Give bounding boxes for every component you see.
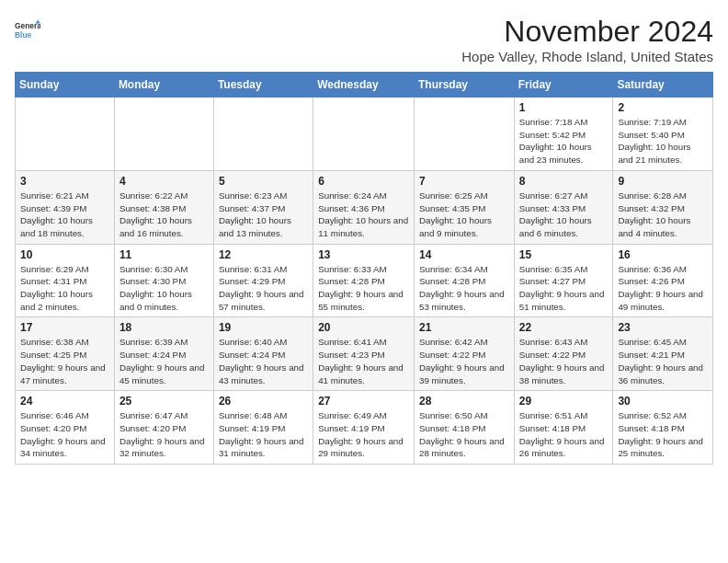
day-info: Sunrise: 6:38 AM Sunset: 4:25 PM Dayligh…	[20, 336, 109, 386]
day-info: Sunrise: 6:33 AM Sunset: 4:28 PM Dayligh…	[318, 263, 409, 314]
day-number: 30	[618, 395, 708, 408]
day-number: 12	[219, 248, 308, 261]
calendar-cell: 6Sunrise: 6:24 AM Sunset: 4:36 PM Daylig…	[313, 170, 415, 244]
day-number: 6	[318, 175, 409, 188]
day-number: 22	[519, 321, 609, 334]
day-info: Sunrise: 6:41 AM Sunset: 4:23 PM Dayligh…	[318, 336, 409, 386]
day-info: Sunrise: 6:47 AM Sunset: 4:20 PM Dayligh…	[119, 409, 209, 460]
day-info: Sunrise: 7:18 AM Sunset: 5:42 PM Dayligh…	[519, 116, 609, 167]
calendar-cell: 9Sunrise: 6:28 AM Sunset: 4:32 PM Daylig…	[613, 170, 713, 244]
day-info: Sunrise: 6:27 AM Sunset: 4:33 PM Dayligh…	[519, 190, 609, 240]
calendar-cell: 12Sunrise: 6:31 AM Sunset: 4:29 PM Dayli…	[213, 244, 313, 317]
day-number: 8	[519, 175, 609, 188]
calendar-cell: 1Sunrise: 7:18 AM Sunset: 5:42 PM Daylig…	[514, 98, 613, 171]
day-info: Sunrise: 6:45 AM Sunset: 4:21 PM Dayligh…	[618, 336, 708, 386]
calendar-cell: 27Sunrise: 6:49 AM Sunset: 4:19 PM Dayli…	[313, 391, 415, 465]
calendar-cell: 8Sunrise: 6:27 AM Sunset: 4:33 PM Daylig…	[514, 170, 613, 244]
logo-icon: General Blue	[15, 18, 40, 44]
calendar-cell	[313, 98, 415, 171]
calendar-table: SundayMondayTuesdayWednesdayThursdayFrid…	[15, 72, 713, 465]
day-info: Sunrise: 6:25 AM Sunset: 4:35 PM Dayligh…	[419, 190, 509, 240]
calendar-cell	[415, 98, 515, 171]
day-info: Sunrise: 6:24 AM Sunset: 4:36 PM Dayligh…	[318, 190, 409, 240]
day-info: Sunrise: 6:31 AM Sunset: 4:29 PM Dayligh…	[219, 263, 308, 314]
calendar-week-3: 10Sunrise: 6:29 AM Sunset: 4:31 PM Dayli…	[16, 244, 713, 317]
day-number: 4	[119, 175, 209, 188]
day-info: Sunrise: 6:36 AM Sunset: 4:26 PM Dayligh…	[618, 263, 708, 314]
calendar-cell	[213, 98, 313, 171]
day-info: Sunrise: 6:49 AM Sunset: 4:19 PM Dayligh…	[318, 409, 409, 460]
day-number: 27	[318, 395, 409, 408]
day-number: 23	[618, 321, 708, 334]
day-number: 9	[618, 175, 708, 188]
calendar-header-row: SundayMondayTuesdayWednesdayThursdayFrid…	[16, 73, 713, 98]
day-number: 7	[419, 175, 509, 188]
day-info: Sunrise: 7:19 AM Sunset: 5:40 PM Dayligh…	[618, 116, 708, 167]
weekday-header-sunday: Sunday	[16, 73, 115, 98]
day-number: 20	[318, 321, 409, 334]
title-area: November 2024 Hope Valley, Rhode Island,…	[461, 15, 713, 64]
day-number: 16	[618, 248, 708, 261]
day-number: 11	[119, 248, 209, 261]
calendar-cell: 23Sunrise: 6:45 AM Sunset: 4:21 PM Dayli…	[613, 317, 713, 391]
calendar-cell: 4Sunrise: 6:22 AM Sunset: 4:38 PM Daylig…	[114, 170, 213, 244]
day-info: Sunrise: 6:40 AM Sunset: 4:24 PM Dayligh…	[219, 336, 308, 386]
weekday-header-monday: Monday	[114, 73, 213, 98]
calendar-cell: 30Sunrise: 6:52 AM Sunset: 4:18 PM Dayli…	[613, 391, 713, 465]
calendar-cell: 28Sunrise: 6:50 AM Sunset: 4:18 PM Dayli…	[415, 391, 515, 465]
calendar-cell: 14Sunrise: 6:34 AM Sunset: 4:28 PM Dayli…	[415, 244, 515, 317]
calendar-cell: 2Sunrise: 7:19 AM Sunset: 5:40 PM Daylig…	[613, 98, 713, 171]
calendar-cell: 5Sunrise: 6:23 AM Sunset: 4:37 PM Daylig…	[213, 170, 313, 244]
calendar-week-4: 17Sunrise: 6:38 AM Sunset: 4:25 PM Dayli…	[16, 317, 713, 391]
calendar-cell	[16, 98, 115, 171]
weekday-header-friday: Friday	[514, 73, 613, 98]
header: General Blue November 2024 Hope Valley, …	[15, 15, 713, 64]
day-number: 29	[519, 395, 609, 408]
calendar-cell: 21Sunrise: 6:42 AM Sunset: 4:22 PM Dayli…	[415, 317, 515, 391]
calendar-cell: 18Sunrise: 6:39 AM Sunset: 4:24 PM Dayli…	[114, 317, 213, 391]
day-number: 24	[20, 395, 109, 408]
day-info: Sunrise: 6:42 AM Sunset: 4:22 PM Dayligh…	[419, 336, 509, 386]
calendar-cell: 26Sunrise: 6:48 AM Sunset: 4:19 PM Dayli…	[213, 391, 313, 465]
calendar-cell: 25Sunrise: 6:47 AM Sunset: 4:20 PM Dayli…	[114, 391, 213, 465]
day-number: 28	[419, 395, 509, 408]
calendar-body: 1Sunrise: 7:18 AM Sunset: 5:42 PM Daylig…	[16, 98, 713, 465]
weekday-header-wednesday: Wednesday	[313, 73, 415, 98]
day-number: 26	[219, 395, 308, 408]
location-title: Hope Valley, Rhode Island, United States	[461, 49, 713, 64]
day-number: 10	[20, 248, 109, 261]
calendar-cell: 17Sunrise: 6:38 AM Sunset: 4:25 PM Dayli…	[16, 317, 115, 391]
day-info: Sunrise: 6:34 AM Sunset: 4:28 PM Dayligh…	[419, 263, 509, 314]
day-number: 18	[119, 321, 209, 334]
weekday-header-saturday: Saturday	[613, 73, 713, 98]
day-info: Sunrise: 6:28 AM Sunset: 4:32 PM Dayligh…	[618, 190, 708, 240]
day-info: Sunrise: 6:21 AM Sunset: 4:39 PM Dayligh…	[20, 190, 109, 240]
calendar-cell: 11Sunrise: 6:30 AM Sunset: 4:30 PM Dayli…	[114, 244, 213, 317]
calendar-cell: 15Sunrise: 6:35 AM Sunset: 4:27 PM Dayli…	[514, 244, 613, 317]
day-info: Sunrise: 6:22 AM Sunset: 4:38 PM Dayligh…	[119, 190, 209, 240]
calendar-cell: 19Sunrise: 6:40 AM Sunset: 4:24 PM Dayli…	[213, 317, 313, 391]
day-number: 5	[219, 175, 308, 188]
logo: General Blue	[15, 18, 40, 44]
calendar-cell: 13Sunrise: 6:33 AM Sunset: 4:28 PM Dayli…	[313, 244, 415, 317]
weekday-header-tuesday: Tuesday	[213, 73, 313, 98]
day-number: 25	[119, 395, 209, 408]
day-number: 2	[618, 101, 708, 114]
day-info: Sunrise: 6:51 AM Sunset: 4:18 PM Dayligh…	[519, 409, 609, 460]
calendar-cell: 16Sunrise: 6:36 AM Sunset: 4:26 PM Dayli…	[613, 244, 713, 317]
calendar-cell: 3Sunrise: 6:21 AM Sunset: 4:39 PM Daylig…	[16, 170, 115, 244]
weekday-header-thursday: Thursday	[415, 73, 515, 98]
svg-text:Blue: Blue	[15, 30, 31, 40]
calendar-cell: 7Sunrise: 6:25 AM Sunset: 4:35 PM Daylig…	[415, 170, 515, 244]
calendar-week-1: 1Sunrise: 7:18 AM Sunset: 5:42 PM Daylig…	[16, 98, 713, 171]
day-info: Sunrise: 6:23 AM Sunset: 4:37 PM Dayligh…	[219, 190, 308, 240]
day-number: 14	[419, 248, 509, 261]
month-title: November 2024	[461, 15, 713, 49]
day-number: 21	[419, 321, 509, 334]
calendar-cell: 24Sunrise: 6:46 AM Sunset: 4:20 PM Dayli…	[16, 391, 115, 465]
day-info: Sunrise: 6:48 AM Sunset: 4:19 PM Dayligh…	[219, 409, 308, 460]
calendar-cell	[114, 98, 213, 171]
calendar-cell: 20Sunrise: 6:41 AM Sunset: 4:23 PM Dayli…	[313, 317, 415, 391]
calendar-cell: 10Sunrise: 6:29 AM Sunset: 4:31 PM Dayli…	[16, 244, 115, 317]
calendar-week-5: 24Sunrise: 6:46 AM Sunset: 4:20 PM Dayli…	[16, 391, 713, 465]
